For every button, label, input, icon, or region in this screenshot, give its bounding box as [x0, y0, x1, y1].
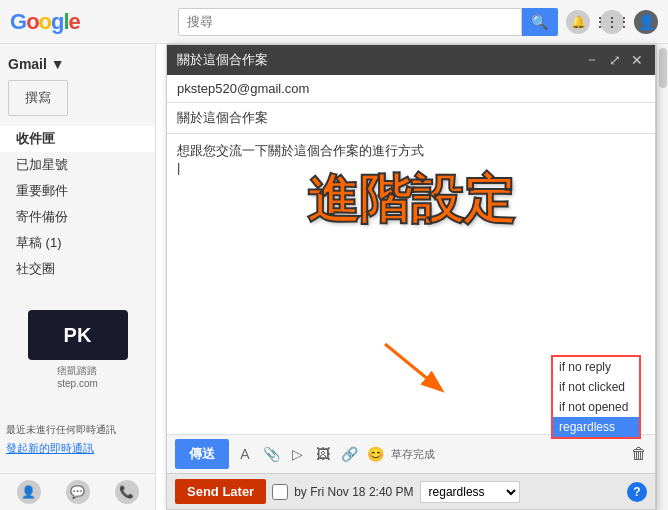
sidebar-item-important[interactable]: 重要郵件: [0, 178, 155, 204]
sidebar-item-label: 社交圈: [16, 260, 55, 278]
avatar[interactable]: 👤: [634, 10, 658, 34]
search-button[interactable]: 🔍: [522, 8, 558, 36]
chat-notify-text: 最近未進行任何即時通訊: [6, 423, 149, 437]
modal-title: 關於這個合作案: [177, 51, 268, 69]
compose-modal: 關於這個合作案 － ⤢ ✕ pkstep520@gmail.com 關於這個合作…: [166, 44, 656, 510]
search-bar: 🔍: [178, 8, 558, 36]
sidebar-item-circles[interactable]: 社交圈: [0, 256, 155, 282]
apps-icon[interactable]: ⋮⋮⋮: [600, 10, 624, 34]
sidebar-item-label: 收件匣: [16, 130, 55, 148]
compose-to-field[interactable]: pkstep520@gmail.com: [167, 75, 655, 103]
compose-cursor: [177, 160, 645, 175]
sidebar: Gmail ▼ 撰寫 收件匣 已加星號 重要郵件 寄件備份 草稿 (1) 社交圈: [0, 44, 155, 510]
help-icon[interactable]: ?: [627, 482, 647, 502]
google-topbar: Google 🔍 🔔 ⋮⋮⋮ 👤: [0, 0, 668, 44]
sidebar-item-drafts[interactable]: 草稿 (1): [0, 230, 155, 256]
schedule-checkbox[interactable]: [272, 484, 288, 500]
insert-emoji-icon[interactable]: 😊: [365, 444, 385, 464]
dropdown-item-regardless[interactable]: regardless: [553, 417, 639, 434]
scrollbar[interactable]: [656, 44, 668, 510]
compose-body: pkstep520@gmail.com 關於這個合作案 想跟您交流一下關於這個合…: [167, 75, 655, 434]
content-area: + 關於這個合作案 － ⤢ ✕ pkstep520@gmail.com 關於這個…: [155, 44, 668, 510]
insert-link-icon[interactable]: 🔗: [339, 444, 359, 464]
send-button[interactable]: 傳送: [175, 439, 229, 469]
sidebar-item-label: 重要郵件: [16, 182, 68, 200]
modal-titlebar: 關於這個合作案 － ⤢ ✕: [167, 45, 655, 75]
modal-expand-button[interactable]: ⤢: [607, 52, 623, 68]
bottom-action-bar: Send Later by Fri Nov 18 2:40 PM regardl…: [167, 473, 655, 509]
gmail-label[interactable]: Gmail ▼: [0, 52, 155, 76]
chat-icon[interactable]: 💬: [66, 480, 90, 504]
insert-drive-icon[interactable]: ▷: [287, 444, 307, 464]
pk-logo-area: PK 痞凱踏踏step.com: [0, 302, 155, 397]
attach-file-icon[interactable]: 📎: [261, 444, 281, 464]
schedule-datetime-text: by Fri Nov 18 2:40 PM: [294, 485, 413, 499]
chat-link[interactable]: 發起新的即時通訊: [6, 441, 149, 456]
dropdown-item-not-opened[interactable]: if not opened: [553, 397, 639, 417]
google-logo: Google: [10, 9, 80, 35]
delete-draft-icon[interactable]: 🗑: [631, 445, 647, 463]
send-condition-dropdown[interactable]: if no reply if not clicked if not opened…: [551, 355, 641, 434]
search-input[interactable]: [178, 8, 522, 36]
modal-controls: － ⤢ ✕: [583, 51, 645, 69]
notifications-icon[interactable]: 🔔: [566, 10, 590, 34]
top-right-icons: 🔔 ⋮⋮⋮ 👤: [566, 10, 658, 34]
send-later-button[interactable]: Send Later: [175, 479, 266, 504]
sidebar-item-label: 寄件備份: [16, 208, 68, 226]
compose-body-text: 想跟您交流一下關於這個合作案的進行方式: [177, 142, 645, 160]
modal-minimize-button[interactable]: －: [583, 51, 601, 69]
contacts-icon[interactable]: 👤: [17, 480, 41, 504]
compose-subject-field[interactable]: 關於這個合作案: [167, 103, 655, 134]
phone-icon[interactable]: 📞: [115, 480, 139, 504]
sidebar-item-sent[interactable]: 寄件備份: [0, 204, 155, 230]
compose-button[interactable]: 撰寫: [8, 80, 68, 116]
sidebar-item-starred[interactable]: 已加星號: [0, 152, 155, 178]
scrollbar-thumb: [659, 48, 667, 88]
pk-logo-subtitle: 痞凱踏踏step.com: [57, 364, 98, 389]
format-text-icon[interactable]: A: [235, 444, 255, 464]
main-layout: Gmail ▼ 撰寫 收件匣 已加星號 重要郵件 寄件備份 草稿 (1) 社交圈: [0, 44, 668, 510]
sidebar-item-inbox[interactable]: 收件匣: [0, 126, 155, 152]
condition-select[interactable]: regardless if no reply if not clicked if…: [420, 481, 520, 503]
sidebar-nav: 收件匣 已加星號 重要郵件 寄件備份 草稿 (1) 社交圈: [0, 126, 155, 282]
pk-logo-text: PK: [64, 324, 92, 347]
insert-photo-icon[interactable]: 🖼: [313, 444, 333, 464]
pk-logo: PK: [28, 310, 128, 360]
sidebar-item-label: 已加星號: [16, 156, 68, 174]
modal-close-button[interactable]: ✕: [629, 52, 645, 68]
dropdown-item-no-reply[interactable]: if no reply: [553, 357, 639, 377]
search-icon: 🔍: [531, 14, 548, 30]
compose-toolbar: 傳送 A 📎 ▷ 🖼 🔗 😊 草存完成 🗑: [167, 434, 655, 473]
dropdown-item-not-clicked[interactable]: if not clicked: [553, 377, 639, 397]
sidebar-item-label: 草稿 (1): [16, 234, 62, 252]
save-complete-text: 草存完成: [391, 447, 435, 462]
